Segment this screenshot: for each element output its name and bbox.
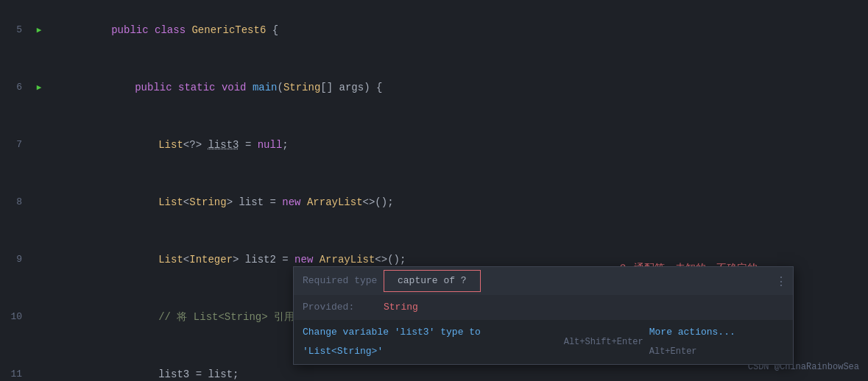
code-line-7: 7 List<?> list3 = null; bbox=[0, 116, 868, 174]
code-line-6: 6 ▶ public static void main(String[] arg… bbox=[0, 59, 868, 116]
line-number-9: 9 bbox=[0, 250, 31, 269]
tooltip-more-shortcut: Alt+Enter bbox=[649, 346, 697, 357]
line-number-6: 6 bbox=[0, 78, 31, 97]
tooltip-provided-row: Provided: String bbox=[294, 295, 793, 320]
code-editor: 5 ▶ public class GenericTest6 { 6 ▶ publ… bbox=[0, 0, 868, 381]
run-icon-5[interactable]: ▶ bbox=[37, 21, 42, 40]
tooltip-actions-row: Change variable 'list3' type to 'List<St… bbox=[294, 320, 793, 364]
tooltip-more-label: More actions... bbox=[649, 327, 735, 338]
gutter-5[interactable]: ▶ bbox=[31, 21, 47, 40]
tooltip-provided-value: String bbox=[384, 298, 418, 317]
line-content-5: public class GenericTest6 { bbox=[59, 1, 868, 59]
line-content-6: public static void main(String[] args) { bbox=[59, 59, 868, 116]
code-line-5: 5 ▶ public class GenericTest6 { bbox=[0, 1, 868, 59]
line-number-8: 8 bbox=[0, 193, 31, 212]
tooltip-more-link[interactable]: More actions... Alt+Enter bbox=[649, 323, 784, 361]
tooltip-required-value: capture of ? bbox=[384, 270, 481, 292]
tooltip-more-button[interactable]: ⋮ bbox=[775, 273, 787, 292]
run-icon-6[interactable]: ▶ bbox=[37, 78, 42, 97]
line-number-7: 7 bbox=[0, 135, 31, 154]
tooltip-action-shortcut: Alt+Shift+Enter bbox=[564, 332, 643, 352]
line-number-10: 10 bbox=[0, 307, 31, 327]
tooltip-required-row: Required type capture of ? bbox=[294, 267, 793, 295]
line-number-11: 11 bbox=[0, 365, 31, 381]
tooltip-popup: Required type capture of ? Provided: Str… bbox=[293, 266, 794, 365]
tooltip-provided-label: Provided: bbox=[303, 298, 384, 317]
tooltip-action-link[interactable]: Change variable 'list3' type to 'List<St… bbox=[303, 323, 558, 361]
tooltip-required-label: Required type bbox=[303, 271, 384, 291]
gutter-6[interactable]: ▶ bbox=[31, 78, 47, 97]
line-content-7: List<?> list3 = null; bbox=[59, 116, 868, 174]
line-content-8: List<String> list = new ArrayList<>(); bbox=[59, 174, 868, 231]
line-number-5: 5 bbox=[0, 21, 31, 40]
code-line-8: 8 List<String> list = new ArrayList<>(); bbox=[0, 174, 868, 231]
